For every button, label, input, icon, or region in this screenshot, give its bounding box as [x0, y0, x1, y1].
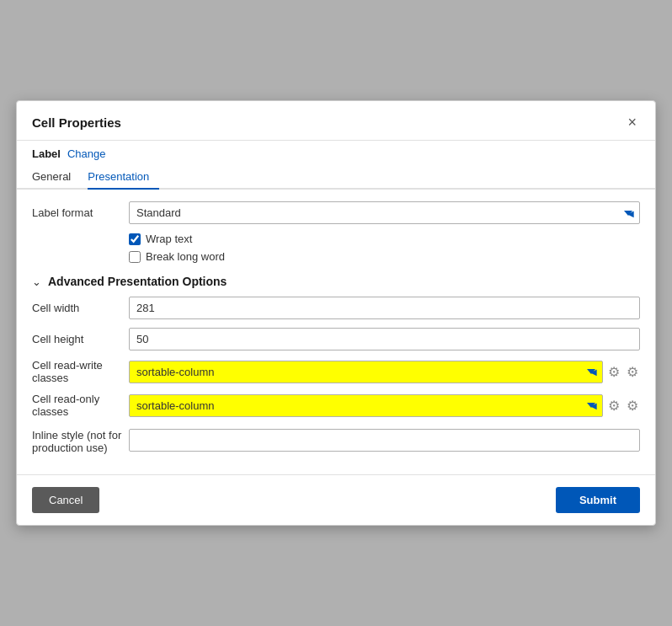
- cell-width-input-wrap: [129, 297, 640, 319]
- cell-rw-classes-select[interactable]: sortable-column: [129, 361, 603, 383]
- cell-rw-classes-control: sortable-column ◀ ⚙ ⚙: [129, 361, 640, 383]
- cell-height-input-wrap: [129, 328, 640, 350]
- wrap-text-checkbox[interactable]: [129, 233, 141, 245]
- dialog-subheader: Label Change: [17, 141, 655, 160]
- tabs-bar: General Presentation: [17, 165, 655, 190]
- inline-style-label: Inline style (not for production use): [32, 426, 129, 454]
- cell-properties-dialog: Cell Properties × Label Change General P…: [16, 100, 656, 526]
- submit-button[interactable]: Submit: [556, 487, 640, 513]
- cell-ro-classes-select[interactable]: sortable-column: [129, 394, 603, 417]
- inline-style-input-wrap: [129, 429, 640, 452]
- break-long-word-row: Break long word: [129, 250, 640, 263]
- chevron-down-icon: ⌄: [32, 276, 41, 288]
- wrap-text-label[interactable]: Wrap text: [146, 233, 192, 245]
- cell-ro-classes-label: Cell read-only classes: [32, 393, 129, 418]
- cell-width-label: Cell width: [32, 302, 129, 314]
- cell-rw-gear-button-1[interactable]: ⚙: [606, 362, 621, 382]
- advanced-section-header: ⌄ Advanced Presentation Options: [32, 275, 640, 288]
- label-format-select[interactable]: Standard: [129, 201, 640, 224]
- cell-rw-gear-button-2[interactable]: ⚙: [625, 362, 640, 382]
- cell-rw-select-wrap: sortable-column ◀: [129, 361, 603, 383]
- label-format-row: Label format Standard ◀: [32, 201, 640, 224]
- label-format-label: Label format: [32, 206, 129, 219]
- cell-ro-gear-button-2[interactable]: ⚙: [625, 396, 640, 415]
- cell-ro-gear-button-1[interactable]: ⚙: [606, 396, 621, 415]
- break-long-word-label[interactable]: Break long word: [146, 250, 225, 263]
- tab-presentation[interactable]: Presentation: [88, 165, 159, 190]
- cell-ro-classes-control: sortable-column ◀ ⚙ ⚙: [129, 394, 640, 417]
- dialog-header: Cell Properties ×: [17, 101, 655, 141]
- cell-rw-classes-row: Cell read-write classes sortable-column …: [32, 359, 640, 384]
- cell-width-row: Cell width: [32, 297, 640, 319]
- cell-rw-classes-label: Cell read-write classes: [32, 359, 129, 384]
- inline-style-input[interactable]: [129, 429, 640, 452]
- dialog-title: Cell Properties: [32, 115, 121, 130]
- dialog-footer: Cancel Submit: [17, 474, 655, 525]
- change-link[interactable]: Change: [67, 147, 106, 160]
- advanced-section-title: Advanced Presentation Options: [48, 275, 227, 288]
- cell-ro-select-wrap: sortable-column ◀: [129, 394, 603, 417]
- label-text: Label: [32, 147, 61, 160]
- close-button[interactable]: ×: [624, 113, 640, 131]
- cell-width-input[interactable]: [129, 297, 640, 319]
- tab-general[interactable]: General: [32, 165, 81, 190]
- break-long-word-checkbox[interactable]: [129, 251, 141, 263]
- inline-style-row: Inline style (not for production use): [32, 426, 640, 454]
- cell-ro-classes-row: Cell read-only classes sortable-column ◀…: [32, 393, 640, 418]
- cell-height-label: Cell height: [32, 333, 129, 345]
- wrap-text-row: Wrap text: [129, 233, 640, 245]
- label-format-select-wrap: Standard ◀: [129, 201, 640, 224]
- cell-height-input[interactable]: [129, 328, 640, 350]
- dialog-body: Label format Standard ◀ Wrap text Break …: [17, 190, 655, 474]
- cell-height-row: Cell height: [32, 328, 640, 350]
- cancel-button[interactable]: Cancel: [32, 487, 99, 513]
